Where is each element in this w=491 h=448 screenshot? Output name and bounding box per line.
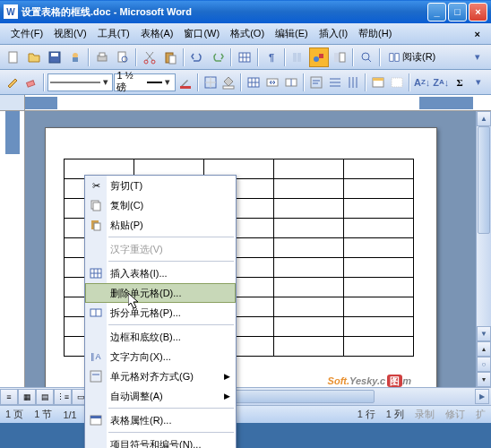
line-style-combo[interactable]: ▾: [47, 73, 114, 91]
menu-edit[interactable]: 编辑(E): [271, 25, 312, 42]
svg-rect-2: [51, 53, 58, 56]
ctx-insert-table[interactable]: 插入表格(I)...: [85, 263, 236, 283]
svg-rect-65: [90, 416, 101, 418]
ctx-table-props[interactable]: 表格属性(R)...: [85, 410, 236, 430]
ctx-copy[interactable]: 复制(C): [85, 195, 236, 215]
close-button[interactable]: ×: [469, 3, 487, 22]
textdir-icon: ‖A: [89, 349, 103, 364]
shading-button[interactable]: [220, 73, 237, 92]
svg-rect-40: [311, 77, 322, 88]
ctx-cell-align[interactable]: 单元格对齐方式(G)▶: [85, 366, 236, 386]
menu-table[interactable]: 表格(A): [137, 25, 177, 42]
svg-rect-0: [9, 52, 17, 63]
menu-format[interactable]: 格式(O): [227, 25, 268, 42]
maximize-button[interactable]: □: [448, 3, 467, 22]
ctx-borders[interactable]: 边框和底纹(B)...: [85, 327, 236, 347]
menu-help[interactable]: 帮助(H): [355, 25, 395, 42]
sort-asc-button[interactable]: AZ↓: [413, 73, 431, 92]
show-marks-button[interactable]: ¶: [262, 47, 281, 67]
svg-point-23: [362, 53, 369, 60]
borders-button[interactable]: [202, 73, 220, 92]
redo-button[interactable]: [208, 47, 228, 67]
paste-icon: [89, 218, 103, 232]
hide-gridlines-button[interactable]: [388, 73, 406, 92]
menu-window[interactable]: 窗口(W): [180, 25, 223, 42]
svg-rect-55: [94, 223, 100, 230]
status-column: 1 列: [386, 408, 404, 421]
scroll-right-button[interactable]: ▶: [475, 389, 489, 404]
ctx-bullets[interactable]: 项目符号和编号(N)...: [85, 435, 236, 448]
align-button[interactable]: [307, 73, 325, 92]
scroll-down-button[interactable]: ▼: [477, 326, 491, 341]
cut-button[interactable]: [140, 47, 159, 67]
line-weight-combo[interactable]: 1 ½ 磅▾: [114, 73, 175, 91]
svg-rect-4: [73, 57, 78, 62]
ctx-split-cells[interactable]: 拆分单元格(P)...: [85, 303, 236, 323]
browse-object-button[interactable]: ○: [477, 357, 491, 372]
status-bar: 1 页 1 节 1/1 1 行 1 列 录制 修订 扩: [0, 405, 491, 423]
read-mode-button[interactable]: 阅读(R): [383, 47, 440, 67]
ctx-cut[interactable]: ✂剪切(T): [85, 176, 236, 195]
open-button[interactable]: [24, 47, 44, 67]
menu-view[interactable]: 视图(V): [50, 25, 90, 42]
columns-button[interactable]: [289, 47, 308, 67]
normal-view-button[interactable]: ≡: [0, 389, 18, 405]
permission-button[interactable]: [65, 47, 85, 67]
minimize-button[interactable]: _: [427, 3, 446, 22]
doc-close-button[interactable]: ×: [471, 27, 484, 41]
svg-rect-51: [392, 78, 402, 87]
print-view-button[interactable]: ▤: [36, 389, 54, 405]
insert-table-button[interactable]: [235, 47, 254, 67]
workspace: Soft.Yesky.c图m ▲ ▼ ▴ ○ ▾: [0, 111, 491, 387]
toolbar-options-button[interactable]: ▾: [468, 47, 487, 67]
scroll-up-button[interactable]: ▲: [477, 111, 491, 126]
ctx-paste[interactable]: 粘贴(P): [85, 215, 236, 235]
standard-toolbar: ¶ 阅读(R) ▾: [0, 45, 491, 70]
menu-file[interactable]: 文件(F): [7, 25, 47, 42]
ctx-autofit[interactable]: 自动调整(A)▶: [85, 386, 236, 406]
paste-button[interactable]: [160, 47, 180, 67]
status-ext: 扩: [476, 408, 486, 421]
view-bar: ≡ ▦ ▤ ⋮≡ ▭ ◀ ▶: [0, 387, 491, 405]
svg-rect-53: [93, 202, 100, 211]
merge-cells-button[interactable]: [263, 73, 281, 92]
border-color-button[interactable]: [177, 73, 194, 92]
print-button[interactable]: [92, 47, 112, 67]
undo-button[interactable]: [187, 47, 207, 67]
svg-rect-17: [293, 53, 297, 62]
doc-map-button[interactable]: [330, 47, 349, 67]
distribute-rows-button[interactable]: [326, 73, 344, 92]
menu-tools[interactable]: 工具(T): [94, 25, 134, 42]
outline-view-button[interactable]: ⋮≡: [54, 389, 72, 405]
eraser-button[interactable]: [22, 73, 40, 92]
ctx-text-direction[interactable]: ‖A文字方向(X)...: [85, 347, 236, 366]
split-cells-button[interactable]: [282, 73, 300, 92]
sort-desc-button[interactable]: ZA↓: [432, 73, 450, 92]
next-page-button[interactable]: ▾: [477, 372, 491, 387]
vertical-scrollbar[interactable]: ▲ ▼ ▴ ○ ▾: [476, 111, 491, 387]
word-app-icon: W: [4, 4, 18, 19]
save-button[interactable]: [45, 47, 65, 67]
vertical-ruler[interactable]: [0, 111, 25, 387]
autoformat-button[interactable]: [369, 73, 387, 92]
ctx-delete-cells[interactable]: 删除单元格(D)...: [85, 283, 236, 303]
svg-line-24: [368, 59, 371, 62]
svg-rect-21: [334, 53, 339, 62]
draw-table-button[interactable]: [4, 73, 22, 92]
insert-table2-button[interactable]: [245, 73, 263, 92]
preview-button[interactable]: [113, 47, 133, 67]
svg-rect-62: [90, 371, 101, 382]
autosum-button[interactable]: Σ: [451, 73, 469, 92]
titlebar: W 设置表格的框线.doc - Microsoft Word _ □ ×: [0, 0, 491, 23]
distribute-cols-button[interactable]: [344, 73, 362, 92]
horizontal-ruler[interactable]: [0, 95, 491, 111]
status-page: 1 页: [5, 408, 23, 421]
drawing-button[interactable]: [309, 47, 329, 67]
toolbar3-options-button[interactable]: ▾: [469, 73, 487, 92]
menu-insert[interactable]: 插入(I): [315, 25, 351, 42]
scroll-thumb[interactable]: [478, 126, 490, 234]
prev-page-button[interactable]: ▴: [477, 341, 491, 357]
new-doc-button[interactable]: [4, 47, 23, 67]
web-view-button[interactable]: ▦: [18, 389, 36, 405]
zoom-button[interactable]: [357, 47, 376, 67]
